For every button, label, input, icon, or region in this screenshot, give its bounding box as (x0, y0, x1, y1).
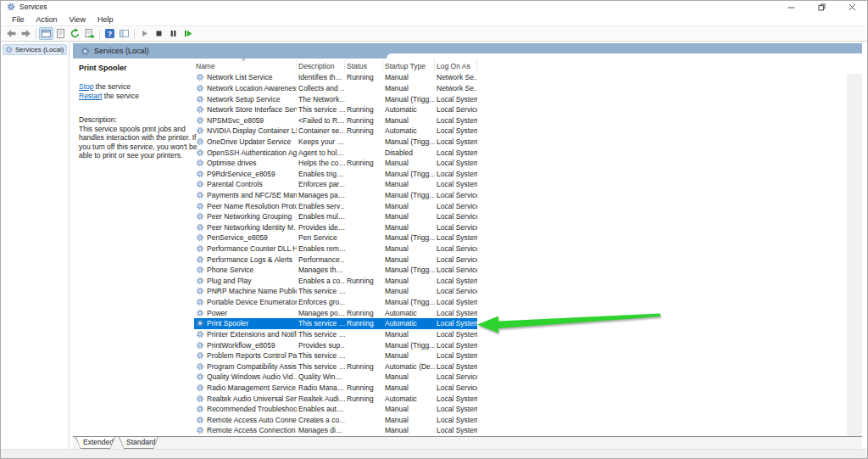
table-row[interactable]: P9RdrService_e8059Enables trig…Manual (T… (194, 168, 477, 179)
cell-description: Collects and … (297, 84, 345, 92)
table-row[interactable]: Quality Windows Audio Vid…Quality Win…Ma… (194, 372, 477, 383)
stop-service-link[interactable]: Stop (79, 82, 94, 91)
service-icon (196, 277, 204, 285)
column-header-description[interactable]: Description (297, 59, 345, 71)
cell-description: Realtek Audi… (297, 395, 345, 403)
cell-startup-type: Manual (383, 159, 435, 167)
tree-item-services-local[interactable]: Services (Local) (3, 44, 67, 55)
export-list-icon[interactable] (82, 27, 97, 40)
service-icon (196, 84, 204, 92)
column-header-log-on-as[interactable]: Log On As (435, 59, 477, 71)
properties-icon[interactable] (53, 27, 68, 40)
menu-file[interactable]: File (6, 15, 31, 24)
table-row[interactable]: Radio Management ServiceRadio Mana…Runni… (194, 383, 477, 394)
forward-icon[interactable] (19, 27, 33, 40)
restore-button[interactable] (806, 1, 837, 13)
tab-standard[interactable]: Standard (119, 437, 159, 449)
cell-description: <Failed to R… (297, 116, 345, 125)
table-row[interactable]: Remote Access Auto Connec…Creates a co…M… (194, 415, 477, 426)
stop-service-icon[interactable] (152, 27, 166, 40)
close-icon (849, 3, 856, 11)
extended-view-content: Print Spooler Stop the service Restart t… (73, 59, 862, 436)
cell-service-name: Plug and Play (207, 277, 251, 285)
table-row[interactable]: PenService_e8059Pen ServiceManual (Trigg… (194, 232, 477, 243)
table-row[interactable]: Peer Networking GroupingEnables mul…Manu… (194, 211, 477, 222)
table-row[interactable]: NVIDIA Display Container LSContainer se…… (194, 126, 477, 137)
cell-service-name: Quality Windows Audio Vid… (207, 372, 297, 381)
table-row[interactable]: PrintWorkflow_e8059Provides sup…Manual (… (194, 339, 477, 350)
table-row[interactable]: OneDrive Updater ServiceKeeps your …Manu… (194, 137, 477, 148)
table-row[interactable]: Plug and PlayEnables a co…RunningManualL… (194, 276, 477, 287)
back-icon[interactable] (4, 27, 19, 40)
service-icon (196, 170, 204, 178)
table-row[interactable]: Network Setup ServiceThe Network…Manual … (194, 93, 477, 104)
table-row[interactable]: Remote Access Connection …Manages di…Man… (194, 425, 477, 436)
cell-service-name: Network Store Interface Serv… (207, 105, 297, 114)
menu-action[interactable]: Action (31, 15, 64, 24)
service-icon (196, 405, 204, 413)
table-row[interactable]: Peer Name Resolution Proto…Enables serv…… (194, 200, 477, 211)
table-row-selected[interactable]: Print SpoolerThis service …RunningAutoma… (194, 318, 477, 329)
cell-startup-type: Manual (Trigg… (383, 191, 435, 199)
pause-service-icon[interactable] (166, 27, 181, 40)
table-row[interactable]: Program Compatibility Assis…This service… (194, 361, 477, 372)
service-icon (196, 426, 204, 434)
cell-service-name: Network List Service (207, 73, 272, 81)
cell-log-on-as: Local Service (435, 383, 477, 392)
table-row[interactable]: PowerManages po…RunningAutomaticLocal Sy… (194, 307, 477, 318)
close-button[interactable] (837, 1, 867, 13)
cell-description: Creates a co… (297, 416, 345, 424)
column-header-startup-type[interactable]: Startup Type (383, 59, 435, 71)
cell-startup-type: Manual (383, 202, 435, 210)
table-row[interactable]: Portable Device Enumerator …Enforces gro… (194, 297, 477, 308)
table-row[interactable]: Peer Networking Identity M…Provides ide…… (194, 222, 477, 233)
table-row[interactable]: Network Store Interface Serv…This servic… (194, 104, 477, 115)
table-row[interactable]: Phone ServiceManages th…Manual (Trigg…Lo… (194, 265, 477, 276)
minimize-button[interactable] (776, 1, 806, 13)
table-row[interactable]: Problem Reports Control Pa…This service … (194, 350, 477, 361)
cell-service-name: Printer Extensions and Notifi… (207, 330, 297, 339)
refresh-icon[interactable] (68, 27, 82, 40)
table-row[interactable]: Network Location AwarenessCollects and …… (194, 83, 477, 94)
table-row[interactable]: Network List ServiceIdentifies th…Runnin… (194, 72, 477, 83)
sort-ascending-icon: ∧ (242, 56, 246, 63)
table-row[interactable]: Payments and NFC/SE Mana…Manages pa…Manu… (194, 190, 477, 201)
cell-log-on-as: Local System (435, 319, 477, 327)
cell-startup-type: Manual (383, 416, 435, 424)
menu-view[interactable]: View (64, 15, 92, 24)
table-row[interactable]: Recommended Troubleshoo…Enables aut…Manu… (194, 404, 477, 415)
service-icon (196, 362, 204, 371)
service-icon (196, 395, 204, 403)
service-icon (196, 319, 204, 327)
help-icon[interactable]: ? (103, 27, 117, 40)
cell-startup-type: Manual (Trigg… (383, 137, 435, 146)
table-row[interactable]: NPSMSvc_e8059<Failed to R…RunningManualL… (194, 115, 477, 126)
menu-help[interactable]: Help (92, 15, 120, 24)
table-row[interactable]: Performance Counter DLL H…Enables rem…Ma… (194, 243, 477, 255)
cell-startup-type: Manual (383, 223, 435, 232)
cell-startup-type: Manual (383, 212, 435, 221)
table-row[interactable]: Optimise drivesHelps the co…RunningManua… (194, 158, 477, 169)
console-window-icon[interactable] (39, 27, 53, 40)
cell-log-on-as: Local Service (435, 255, 477, 264)
table-row[interactable]: Realtek Audio Universal Serv…Realtek Aud… (194, 393, 477, 404)
tab-extended[interactable]: Extended (75, 437, 115, 449)
cell-service-name: PrintWorkflow_e8059 (207, 341, 275, 350)
table-row[interactable]: PNRP Machine Name Public…This service …M… (194, 286, 477, 297)
table-row[interactable]: Performance Logs & AlertsPerformance…Man… (194, 254, 477, 265)
cell-description: Performance… (297, 255, 345, 264)
restart-service-link[interactable]: Restart (79, 92, 102, 100)
table-row[interactable]: Parental ControlsEnforces par…ManualLoca… (194, 179, 477, 190)
restart-service-icon[interactable] (181, 27, 195, 40)
start-service-icon[interactable] (137, 27, 152, 40)
cell-log-on-as: Local Service (435, 287, 477, 295)
minimize-icon (787, 3, 795, 11)
show-hide-tree-icon[interactable] (117, 27, 131, 40)
table-row[interactable]: OpenSSH Authentication Ag…Agent to hol…D… (194, 147, 477, 158)
cell-service-name: OpenSSH Authentication Ag… (207, 148, 297, 157)
column-header-status[interactable]: Status (345, 59, 383, 71)
table-row[interactable]: Printer Extensions and Notifi…This servi… (194, 329, 477, 340)
cell-service-name: Portable Device Enumerator … (207, 298, 297, 306)
tab-standard-label: Standard (126, 438, 156, 446)
service-icon (196, 383, 204, 392)
